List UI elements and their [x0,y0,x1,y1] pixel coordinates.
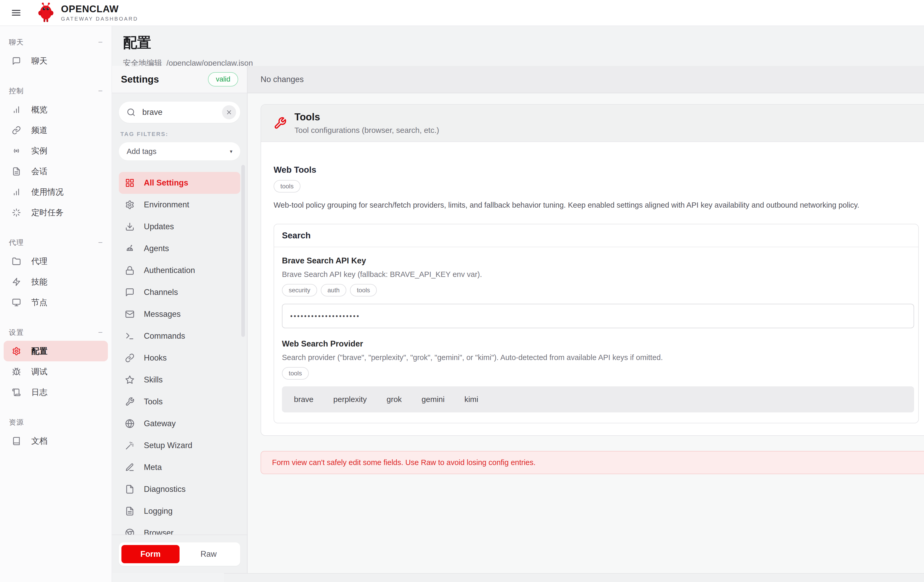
settings-panel-footer: Form Raw [112,534,247,573]
settings-nav-item-all-settings[interactable]: All Settings [119,172,240,194]
sidebar-item-debug[interactable]: 调试 [4,361,108,382]
tag-pill-tools: tools [350,284,377,297]
collapse-icon[interactable]: − [98,38,103,46]
tag-pill-tools: tools [274,180,300,193]
sidebar-section-label: 控制 [9,86,24,96]
sidebar-section-resources: 资源 文档 [4,414,108,451]
brand-text: OPENCLAW GATEWAY DASHBOARD [61,4,138,22]
masked-value: •••••••••••••••••••• [290,312,360,320]
hamburger-menu-icon[interactable] [10,7,22,18]
settings-nav: All Settings Environment Updates [119,172,240,534]
sidebar-item-overview[interactable]: 概览 [4,99,108,120]
settings-nav-item-setup-wizard[interactable]: Setup Wizard [119,435,240,457]
field-description: Search provider ("brave", "perplexity", … [282,353,911,362]
sidebar-section-chat: 聊天 − 聊天 [4,34,108,71]
wrench-icon [274,117,287,130]
gear-icon [125,200,134,209]
settings-nav-item-meta[interactable]: Meta [119,457,240,478]
settings-nav-item-messages[interactable]: Messages [119,303,240,325]
file-icon [125,485,134,494]
book-icon [12,437,21,445]
settings-panel-title: Settings [121,74,159,85]
sidebar-item-channels[interactable]: 频道 [4,120,108,140]
tools-card-subtitle: Tool configurations (browser, search, et… [294,126,439,135]
settings-nav-item-authentication[interactable]: Authentication [119,259,240,281]
sidebar-item-nodes[interactable]: 节点 [4,292,108,313]
settings-nav-item-tools[interactable]: Tools [119,391,240,413]
sidebar-item-docs[interactable]: 文档 [4,430,108,451]
bar-chart-icon [12,188,21,196]
web-tools-description: Web-tool policy grouping for search/fetc… [274,200,919,210]
settings-nav-item-commands[interactable]: Commands [119,325,240,347]
app-root: OPENCLAW GATEWAY DASHBOARD 聊天 − 聊天 控制 [0,0,924,582]
bug-icon [12,367,21,376]
bot-icon [125,244,134,253]
settings-search-input[interactable] [142,107,222,117]
collapse-icon[interactable]: − [98,239,103,246]
provider-option-perplexity[interactable]: perplexity [333,395,366,404]
zap-icon [12,277,21,286]
terminal-icon [125,331,134,341]
sidebar-section-label: 设置 [9,328,24,337]
form-warning-banner: Form view can't safely edit some fields.… [261,451,924,474]
search-icon [127,108,135,117]
sidebar-item-instances[interactable]: 实例 [4,140,108,161]
sidebar: 聊天 − 聊天 控制 − 概览 频道 [0,26,112,582]
globe-icon [125,419,134,428]
panel-scrollbar[interactable] [241,165,245,337]
sidebar-section-agents: 代理 − 代理 技能 节点 [4,234,108,313]
wrench-icon [125,397,134,406]
brave-api-key-input[interactable]: •••••••••••••••••••• [282,304,914,328]
radio-icon [12,147,21,155]
sidebar-item-logs[interactable]: 日志 [4,382,108,402]
field-brave-search-api-key: Brave Search API Key Brave Search API ke… [282,256,911,328]
settings-nav-item-skills[interactable]: Skills [119,369,240,391]
page-title: 配置 [123,34,924,51]
settings-nav-item-hooks[interactable]: Hooks [119,347,240,369]
settings-nav-item-agents[interactable]: Agents [119,237,240,259]
status-bar: No changes [248,66,924,93]
form-view-button[interactable]: Form [121,545,180,563]
clear-search-button[interactable] [222,105,236,119]
settings-nav-item-gateway[interactable]: Gateway [119,413,240,435]
settings-panel: Settings valid TAG FILTERS: [112,66,248,573]
settings-nav-item-channels[interactable]: Channels [119,281,240,303]
gear-icon [12,347,21,356]
collapse-icon[interactable]: − [98,87,103,95]
sidebar-item-sessions[interactable]: 会话 [4,161,108,181]
sidebar-section-control: 控制 − 概览 频道 实例 会话 [4,82,108,223]
loader-icon [12,208,21,217]
sidebar-section-label: 资源 [9,418,24,427]
content-area: Tools Tool configurations (browser, sear… [248,93,924,573]
sidebar-item-agents[interactable]: 代理 [4,251,108,272]
settings-nav-item-diagnostics[interactable]: Diagnostics [119,478,240,500]
tag-filters-label: TAG FILTERS: [120,131,240,138]
settings-nav-item-browser[interactable]: Browser [119,522,240,534]
provider-option-grok[interactable]: grok [386,395,401,404]
form-raw-toggle: Form Raw [119,542,240,566]
message-square-icon [125,288,134,297]
status-text: No changes [261,75,304,84]
monitor-icon [12,298,21,307]
provider-option-kimi[interactable]: kimi [464,395,478,404]
tag-pill-auth: auth [321,284,346,297]
provider-option-gemini[interactable]: gemini [422,395,445,404]
raw-view-button[interactable]: Raw [180,545,238,563]
search-group-card: Search Brave Search API Key Brave Search… [274,224,919,423]
sidebar-item-skills[interactable]: 技能 [4,272,108,292]
sidebar-item-chat[interactable]: 聊天 [4,51,108,71]
settings-panel-body: TAG FILTERS: Add tags ▾ All Settings [112,93,247,534]
form-warning-text: Form view can't safely edit some fields.… [272,458,535,467]
bottom-strip [224,573,924,582]
settings-nav-item-logging[interactable]: Logging [119,500,240,522]
collapse-icon[interactable]: − [98,328,103,336]
settings-nav-item-environment[interactable]: Environment [119,194,240,216]
sidebar-item-usage[interactable]: 使用情况 [4,181,108,202]
sidebar-item-cron[interactable]: 定时任务 [4,202,108,223]
link-icon [12,126,21,135]
sidebar-item-config[interactable]: 配置 [4,341,108,361]
web-tools-title: Web Tools [274,165,919,175]
settings-nav-item-updates[interactable]: Updates [119,216,240,237]
provider-option-brave[interactable]: brave [294,395,314,404]
add-tags-select[interactable]: Add tags ▾ [119,142,240,160]
